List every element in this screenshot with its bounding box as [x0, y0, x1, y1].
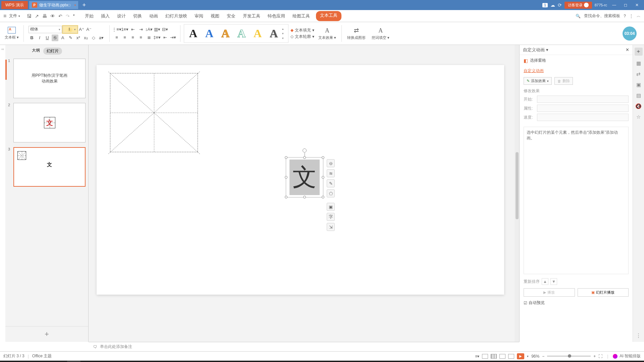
fit-icon[interactable]: ⛶ [598, 354, 602, 359]
style-a-4[interactable]: A [234, 26, 249, 41]
more-icon[interactable]: ⋮ [629, 14, 633, 18]
undo-icon[interactable]: ↶ [58, 13, 62, 19]
notes-bar[interactable]: 🗨 单击此处添加备注 [89, 342, 519, 351]
change-case-icon[interactable]: a▾ [98, 35, 105, 41]
textbox-group[interactable]: 文本框 ▾ [3, 22, 20, 45]
resize-handle[interactable] [285, 156, 287, 159]
style-a-3[interactable]: A [218, 26, 233, 41]
tab-transition[interactable]: 切换 [132, 11, 143, 21]
resize-handle[interactable] [285, 176, 287, 179]
columns-icon[interactable]: ▥▾ [153, 26, 161, 33]
help-icon[interactable]: ? [624, 14, 626, 18]
file-menu[interactable]: 文件▾ [9, 13, 20, 19]
document-tab[interactable]: P 做生字动画.pptx ▢ ● [29, 1, 78, 9]
maximize-button[interactable]: ◻ [621, 3, 630, 7]
float-link-icon[interactable]: ⇲ [327, 223, 335, 231]
float-crop-icon[interactable]: ▣ [327, 203, 335, 211]
align-justify-icon[interactable]: ≡ [137, 34, 145, 41]
tab-review[interactable]: 审阅 [193, 11, 205, 21]
float-shape-icon[interactable]: ⬠ [327, 189, 335, 197]
distribute-icon[interactable]: ≣ [145, 34, 153, 41]
slideshow-button[interactable]: ▣幻灯片播放 [578, 288, 629, 297]
indent-right-icon[interactable]: ⇥▾ [169, 34, 177, 41]
zoom-level[interactable]: 96% [531, 354, 539, 359]
cortana-button[interactable]: ○ [27, 361, 40, 362]
font-name-select[interactable]: 楷体▾ [29, 26, 62, 33]
indent-left-icon[interactable]: ⇤ [161, 34, 169, 41]
minimize-button[interactable]: — [610, 3, 619, 7]
font-color-icon[interactable]: A [59, 35, 66, 41]
float-layers-icon[interactable]: ≋ [327, 169, 335, 177]
slide-canvas[interactable]: 文 ⊖ ≋ ✎ ⬠ ▣ 字 ⇲ [97, 65, 504, 295]
float-edit-icon[interactable]: ✎ [327, 179, 335, 187]
numbering-icon[interactable]: 1≡▾ [121, 26, 128, 33]
wps-button[interactable]: P [67, 361, 80, 362]
tab-insert[interactable]: 插入 [100, 11, 111, 21]
text-outline-button[interactable]: ◇文本轮廓 ▾ [290, 34, 314, 40]
indent-icon[interactable]: ⇥ [137, 26, 145, 33]
close-button[interactable]: ✕ [633, 3, 641, 7]
rotate-handle[interactable] [303, 148, 307, 153]
start-button[interactable]: ⊞ [0, 361, 13, 362]
sync-icon[interactable]: ⟳ [558, 2, 562, 8]
explorer-button[interactable] [80, 361, 94, 362]
notes-placeholder[interactable]: 单击此处添加备注 [100, 344, 132, 350]
text-effect-button[interactable]: A 文本效果 ▾ [316, 26, 338, 40]
taskview-button[interactable] [40, 361, 54, 362]
resize-handle[interactable] [303, 156, 306, 159]
line-spacing-icon[interactable]: ‡≡▾ [153, 34, 161, 41]
resize-handle[interactable] [303, 196, 306, 198]
qat-more-icon[interactable]: ▾ [73, 13, 75, 19]
vertical-scrollbar[interactable] [515, 45, 519, 342]
tab-start[interactable]: 开始 [84, 11, 95, 21]
tab-texttools[interactable]: 文本工具 [316, 11, 341, 21]
close-pane-icon[interactable]: ✕ [626, 47, 629, 52]
redo-icon[interactable]: ↷ [66, 13, 70, 19]
decrease-font-icon[interactable]: A⁻ [86, 26, 92, 33]
reading-view-icon[interactable] [499, 354, 505, 359]
notes-view-icon[interactable] [508, 354, 514, 359]
text-content[interactable]: 文 [292, 161, 317, 193]
notification-badge[interactable]: 1 [542, 3, 548, 7]
align-center-icon[interactable]: ≡ [121, 34, 128, 41]
font-size-select[interactable]: I▾ [63, 26, 77, 33]
login-button[interactable]: 访客登录 [565, 2, 592, 9]
thumbnail-2[interactable]: 文 [13, 103, 86, 142]
text-fill-button[interactable]: ◆文本填充 ▾ [290, 27, 314, 33]
strip-animation-icon[interactable]: ✦ [635, 48, 643, 56]
resize-handle[interactable] [322, 176, 324, 179]
search-hint[interactable]: 查找命令、搜索模板 [584, 13, 620, 19]
selected-textbox[interactable]: 文 ⊖ ≋ ✎ ⬠ ▣ 字 ⇲ [286, 157, 323, 197]
collapse-ribbon-icon[interactable]: ︿ [637, 13, 641, 19]
preview-icon[interactable]: 👁 [50, 13, 55, 19]
hamburger-icon[interactable]: ≡ [3, 13, 6, 19]
bullets-icon[interactable]: ⋮≡▾ [113, 26, 120, 33]
mi-grid[interactable] [110, 73, 198, 152]
float-collapse-icon[interactable]: ⊖ [327, 159, 335, 167]
align-left-icon[interactable]: ≡ [113, 34, 120, 41]
style-a-6[interactable]: A [266, 26, 281, 41]
zoom-in-icon[interactable]: + [593, 354, 596, 359]
tab-animation[interactable]: 动画 [148, 11, 159, 21]
convert-to-shape-button[interactable]: ⇄ 转换成图形 [345, 26, 368, 40]
sorter-view-icon[interactable] [491, 354, 497, 359]
resize-handle[interactable] [322, 196, 324, 198]
tab-design[interactable]: 设计 [116, 11, 127, 21]
strip-object-icon[interactable]: ▣ [636, 82, 641, 88]
float-text-icon[interactable]: 字 [327, 213, 335, 221]
save-icon[interactable]: 🖫 [27, 13, 32, 19]
resize-handle[interactable] [285, 196, 287, 198]
tab-special[interactable]: 特色应用 [266, 11, 286, 21]
tab-view[interactable]: 视图 [209, 11, 221, 21]
normal-view-icon[interactable] [482, 354, 488, 359]
slide-editor[interactable]: 文 ⊖ ≋ ✎ ⬠ ▣ 字 ⇲ [89, 45, 519, 342]
strip-template-icon[interactable]: ⇄ [636, 71, 641, 77]
strip-settings-icon[interactable]: ⋮ [636, 333, 641, 339]
strip-favorite-icon[interactable]: ☆ [636, 114, 641, 120]
align-text-icon[interactable]: ⊟▾ [161, 26, 169, 33]
outline-view[interactable]: 大纲 [32, 48, 40, 55]
bold-icon[interactable]: B [29, 35, 35, 41]
increase-font-icon[interactable]: A⁺ [78, 26, 85, 33]
slideshow-icon[interactable]: ▶ [517, 353, 524, 359]
style-a-1[interactable]: A [185, 26, 201, 41]
